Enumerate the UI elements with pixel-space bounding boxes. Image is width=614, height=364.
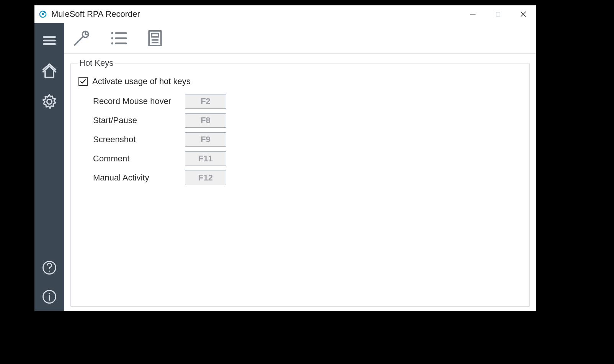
hotkey-field-manual-activity[interactable]: F12 xyxy=(185,171,226,185)
window-controls xyxy=(460,5,536,23)
svg-point-17 xyxy=(111,32,113,34)
minimize-button[interactable] xyxy=(460,5,485,23)
svg-rect-24 xyxy=(152,33,158,37)
hotkey-row: Manual Activity F12 xyxy=(93,170,522,186)
hotkey-row: Start/Pause F8 xyxy=(93,112,522,128)
close-button[interactable] xyxy=(511,5,536,23)
hotkey-row: Record Mouse hover F2 xyxy=(93,93,522,109)
group-legend: Hot Keys xyxy=(78,58,115,68)
info-button[interactable] xyxy=(39,286,60,307)
svg-point-18 xyxy=(111,37,113,39)
hotkey-row: Comment F11 xyxy=(93,151,522,167)
svg-point-14 xyxy=(49,293,50,294)
hotkey-field-comment[interactable]: F11 xyxy=(185,151,226,166)
activate-hotkeys-label: Activate usage of hot keys xyxy=(92,76,191,86)
activate-hotkeys-checkbox[interactable] xyxy=(78,77,88,86)
hotkeys-settings-button[interactable] xyxy=(108,28,129,49)
main-panel: Hot Keys Activate usage of hot keys Reco… xyxy=(64,23,536,311)
hotkey-field-record-hover[interactable]: F2 xyxy=(185,94,226,109)
documentation-settings-button[interactable] xyxy=(145,28,165,49)
hotkey-label: Screenshot xyxy=(93,135,185,145)
svg-point-2 xyxy=(42,13,44,15)
settings-button[interactable] xyxy=(39,91,60,112)
hotkey-label: Manual Activity xyxy=(93,173,185,183)
hotkey-label: Start/Pause xyxy=(93,115,185,125)
app-window: MuleSoft RPA Recorder xyxy=(34,5,536,311)
hotkey-field-screenshot[interactable]: F9 xyxy=(185,132,226,147)
hotkey-label: Comment xyxy=(93,154,185,164)
hotkey-label: Record Mouse hover xyxy=(93,96,185,106)
svg-point-19 xyxy=(111,42,113,44)
maximize-button[interactable] xyxy=(485,5,511,23)
svg-rect-4 xyxy=(496,12,500,16)
titlebar: MuleSoft RPA Recorder xyxy=(34,5,536,23)
hotkey-field-start-pause[interactable]: F8 xyxy=(185,113,226,128)
svg-point-10 xyxy=(47,99,52,104)
svg-point-12 xyxy=(49,271,50,272)
sidebar xyxy=(34,23,64,311)
help-button[interactable] xyxy=(39,257,60,278)
general-settings-button[interactable] xyxy=(71,28,92,49)
home-button[interactable] xyxy=(39,60,60,82)
app-logo-icon xyxy=(38,10,47,19)
menu-button[interactable] xyxy=(39,30,60,51)
settings-toolbar xyxy=(64,23,536,54)
app-title: MuleSoft RPA Recorder xyxy=(51,5,140,23)
hotkey-row: Screenshot F9 xyxy=(93,132,522,148)
hotkeys-group: Hot Keys Activate usage of hot keys Reco… xyxy=(70,58,530,307)
